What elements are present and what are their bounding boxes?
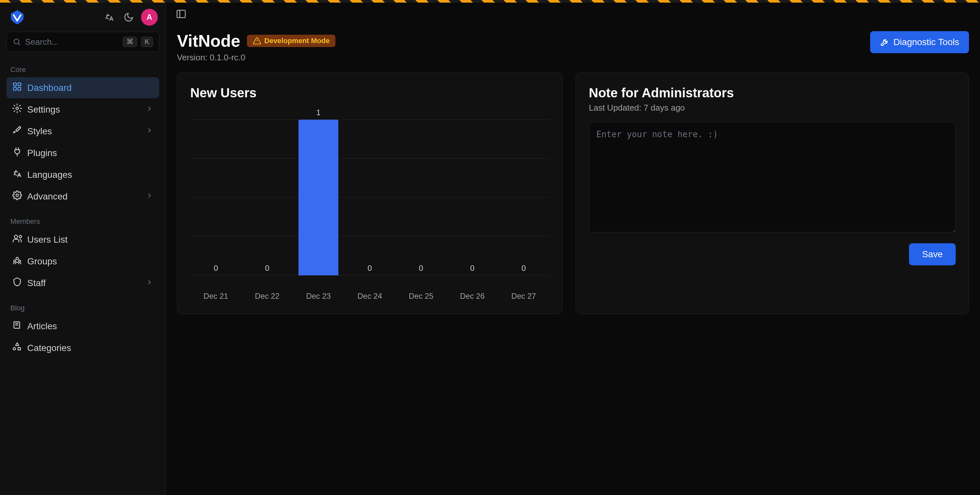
bar-col: 0 — [447, 107, 498, 275]
bar-col: 0 — [395, 107, 447, 275]
warning-icon — [253, 37, 261, 45]
sidebar-item-dashboard[interactable]: Dashboard — [6, 77, 159, 98]
book-icon — [12, 320, 22, 332]
bar-value: 0 — [522, 264, 526, 273]
dark-mode-icon[interactable] — [121, 10, 136, 24]
sidebar-top: A — [0, 3, 165, 32]
sidebar-item-groups[interactable]: Groups — [6, 251, 159, 272]
sidebar-item-label: Categories — [27, 343, 153, 353]
sidebar-item-users-list[interactable]: Users List — [6, 229, 159, 250]
svg-point-10 — [19, 260, 21, 262]
x-axis-label: Dec 24 — [344, 292, 395, 301]
languages-icon — [12, 169, 22, 181]
bar-col: 0 — [242, 107, 293, 275]
sidebar-item-label: Dashboard — [27, 83, 153, 93]
nav-heading: Members — [6, 213, 159, 229]
sidebar-item-label: Languages — [27, 170, 153, 180]
x-axis-label: Dec 26 — [447, 292, 498, 301]
sidebar-item-label: Users List — [27, 235, 153, 245]
paintbrush-icon — [12, 125, 22, 137]
sidebar-item-advanced[interactable]: Advanced — [6, 186, 159, 207]
sidebar-item-label: Styles — [27, 126, 140, 137]
sidebar-item-label: Advanced — [27, 192, 140, 202]
sidebar-toggle-icon[interactable] — [176, 8, 189, 22]
sidebar-item-categories[interactable]: Categories — [6, 337, 159, 358]
chevron-right-icon — [145, 278, 153, 288]
dev-badge-label: Development Mode — [264, 37, 330, 45]
sidebar-item-settings[interactable]: Settings — [6, 99, 159, 120]
svg-rect-11 — [177, 10, 185, 18]
svg-rect-3 — [14, 88, 16, 91]
nav-heading: Core — [6, 61, 159, 77]
gear-icon — [12, 104, 22, 115]
search-placeholder: Search... — [25, 37, 119, 47]
bar-value: 0 — [470, 264, 474, 273]
svg-point-5 — [16, 107, 19, 110]
avatar[interactable]: A — [141, 9, 158, 26]
sidebar-item-languages[interactable]: Languages — [6, 164, 159, 185]
main: VitNode Development Mode Version: 0.1.0-… — [166, 0, 980, 495]
sidebar-item-label: Groups — [27, 256, 153, 267]
bar-rect — [299, 120, 338, 275]
sidebar-item-label: Plugins — [27, 148, 153, 158]
sidebar-item-styles[interactable]: Styles — [6, 121, 159, 142]
chevron-right-icon — [145, 126, 153, 137]
sidebar-item-staff[interactable]: Staff — [6, 273, 159, 294]
x-axis-label: Dec 27 — [498, 292, 549, 301]
new-users-card: New Users 0010000 Dec 21Dec 22Dec 23Dec … — [177, 72, 563, 314]
bar-col: 1 — [293, 107, 344, 275]
page-title: VitNode — [177, 31, 240, 51]
chart-title: New Users — [190, 86, 549, 100]
sidebar-item-articles[interactable]: Articles — [6, 316, 159, 337]
chevron-right-icon — [145, 104, 153, 115]
users-icon — [12, 233, 22, 246]
app-logo[interactable] — [8, 8, 27, 27]
sidebar-item-plugins[interactable]: Plugins — [6, 142, 159, 163]
version-text: Version: 0.1.0-rc.0 — [177, 53, 870, 62]
kbd-cmd: ⌘ — [123, 37, 137, 47]
cog-icon — [12, 190, 22, 203]
search-icon — [13, 38, 21, 46]
bar-value: 1 — [316, 108, 320, 117]
sidebar-item-label: Settings — [27, 104, 140, 115]
language-icon[interactable] — [102, 10, 116, 24]
svg-point-0 — [14, 39, 19, 44]
svg-point-7 — [14, 235, 18, 238]
x-axis-label: Dec 23 — [293, 292, 344, 301]
diag-button-label: Diagnostic Tools — [894, 37, 959, 47]
bar-value: 0 — [419, 264, 423, 273]
save-button[interactable]: Save — [909, 243, 956, 265]
page-header: VitNode Development Mode Version: 0.1.0-… — [166, 28, 980, 72]
note-subtitle: Last Updated: 7 days ago — [589, 103, 956, 113]
sidebar-nav: CoreDashboardSettingsStylesPluginsLangua… — [0, 58, 165, 362]
nav-heading: Blog — [6, 299, 159, 316]
search-input[interactable]: Search... ⌘ K — [6, 32, 159, 52]
group-icon — [12, 255, 22, 267]
chevron-right-icon — [145, 192, 153, 202]
shield-icon — [12, 277, 22, 289]
note-textarea[interactable] — [589, 122, 956, 232]
bar-col: 0 — [344, 107, 395, 275]
kbd-k: K — [141, 37, 153, 47]
bar-col: 0 — [498, 107, 549, 275]
bar-value: 0 — [368, 264, 372, 273]
wrench-icon — [880, 37, 889, 47]
development-mode-badge: Development Mode — [247, 35, 336, 47]
svg-point-6 — [16, 194, 19, 196]
x-axis-label: Dec 21 — [190, 292, 242, 301]
admin-note-card: Note for Administrators Last Updated: 7 … — [576, 72, 969, 314]
svg-point-9 — [14, 260, 16, 262]
plug-icon — [12, 147, 22, 159]
hazard-stripe — [0, 0, 980, 3]
bar-value: 0 — [213, 264, 218, 273]
sidebar: A Search... ⌘ K CoreDashboardSettingsSty… — [0, 0, 166, 495]
bar-chart: 0010000 — [190, 107, 549, 288]
note-title: Note for Administrators — [589, 86, 956, 100]
svg-rect-4 — [18, 88, 21, 91]
diagnostic-tools-button[interactable]: Diagnostic Tools — [870, 31, 969, 53]
x-axis-label: Dec 22 — [242, 292, 293, 301]
layout-grid-icon — [12, 82, 22, 94]
bar-value: 0 — [265, 264, 269, 273]
sidebar-item-label: Articles — [27, 321, 153, 332]
sidebar-item-label: Staff — [27, 278, 140, 288]
